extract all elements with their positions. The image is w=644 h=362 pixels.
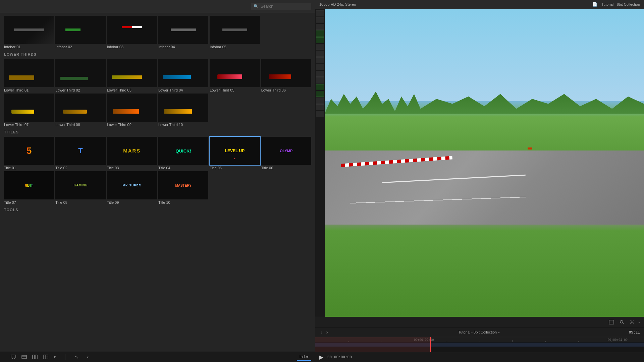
- list-item[interactable]: Infobar 05: [210, 16, 260, 49]
- label-infobar-04: Infobar 04: [158, 45, 208, 49]
- thumb-title-04: QUICK!: [158, 137, 208, 165]
- settings-btn[interactable]: [628, 319, 636, 325]
- label-lt-05: Lower Third 05: [210, 88, 260, 92]
- playhead[interactable]: [430, 337, 431, 352]
- thumb-lt-03: [107, 59, 157, 87]
- grid-icon-btn[interactable]: [42, 354, 50, 360]
- thumb-title-08: GAMING: [55, 171, 105, 199]
- list-item[interactable]: T Title 02: [55, 137, 105, 170]
- thumb-title-10: MASTERY: [158, 171, 208, 199]
- label-lt-08: Lower Third 08: [55, 123, 105, 127]
- infobars-grid: Infobar 01 Infobar 02 Infobar 03: [4, 16, 311, 49]
- label-title-01: Title 01: [4, 166, 54, 170]
- timeline-prev-btn[interactable]: ‹: [319, 329, 324, 336]
- cursor-dropdown-btn[interactable]: ▾: [86, 355, 90, 360]
- timeline-header: ‹ › Tutorial - 8bit Collection ▾ 09:11: [315, 327, 644, 337]
- monitor-icon-btn[interactable]: [9, 354, 17, 360]
- play-button[interactable]: ▶: [319, 354, 323, 360]
- list-item[interactable]: 8BIT Title 07: [4, 171, 54, 204]
- list-item[interactable]: Infobar 01: [4, 16, 54, 49]
- thumb-title-02: T: [55, 137, 105, 165]
- right-panel: 1080p HD 24p, Stereo 📄 Tutorial - 8bit C…: [315, 0, 644, 362]
- label-title-05: Title 05: [210, 166, 260, 170]
- list-item[interactable]: Lower Third 03: [107, 59, 157, 92]
- chevron-down-icon[interactable]: ▾: [52, 354, 57, 360]
- thumb-lt-10: [158, 94, 208, 122]
- zoom-btn[interactable]: [618, 319, 626, 325]
- list-item[interactable]: Lower Third 05: [210, 59, 260, 92]
- list-item[interactable]: Infobar 04: [158, 16, 208, 49]
- label-lt-01: Lower Third 01: [4, 88, 54, 92]
- layout-icon-btn[interactable]: [31, 354, 39, 360]
- timeline-section: ‹ › Tutorial - 8bit Collection ▾ 09:11 0…: [315, 327, 644, 352]
- thumb-title-03: MARS: [107, 137, 157, 165]
- cursor-tool-btn[interactable]: ↖: [73, 354, 80, 360]
- label-lt-06: Lower Third 06: [261, 88, 311, 92]
- label-title-09: Title 09: [107, 200, 157, 204]
- thumb-infobar-03: [107, 16, 157, 44]
- label-title-08: Title 08: [55, 200, 105, 204]
- thumb-title-01: 5: [4, 137, 54, 165]
- timeline-icon-btn[interactable]: [20, 354, 28, 360]
- list-item[interactable]: Lower Third 09: [107, 94, 157, 127]
- list-item[interactable]: MASTERY Title 10: [158, 171, 208, 204]
- list-item[interactable]: QUICK! Title 04: [158, 137, 208, 170]
- film-frame: [316, 71, 324, 77]
- label-lt-10: Lower Third 10: [158, 123, 208, 127]
- preview-header: 1080p HD 24p, Stereo 📄 Tutorial - 8bit C…: [315, 0, 644, 9]
- search-input[interactable]: [261, 4, 309, 9]
- list-item[interactable]: MARS Title 03: [107, 137, 157, 170]
- list-item[interactable]: Infobar 03: [107, 16, 157, 49]
- film-frame: [316, 31, 324, 37]
- timecode-end: 00:00:04:00: [607, 338, 628, 342]
- label-lt-04: Lower Third 04: [158, 88, 208, 92]
- list-item[interactable]: Infobar 02: [55, 16, 105, 49]
- svg-rect-4: [22, 355, 26, 359]
- bottom-toolbar: ▶ 00:00:00:00: [315, 352, 644, 362]
- list-item[interactable]: Lower Third 01: [4, 59, 54, 92]
- label-lt-09: Lower Third 09: [107, 123, 157, 127]
- label-title-02: Title 02: [55, 166, 105, 170]
- lower-thirds-grid: Lower Third 01 Lower Third 02 Lower Thir…: [4, 59, 311, 127]
- thumb-lt-05: [210, 59, 260, 87]
- list-item[interactable]: LEVEL UP ▲ Title 05: [210, 137, 260, 170]
- thumb-title-09: MK SUPER: [107, 171, 157, 199]
- list-item[interactable]: OLYMP Title 06: [261, 137, 311, 170]
- bottom-bar: ▾ ↖ ▾ Index: [0, 352, 315, 362]
- svg-rect-7: [35, 355, 37, 359]
- timeline-bar: 00:00:02:00 00:00:04:00: [315, 337, 644, 352]
- list-item[interactable]: Lower Third 08: [55, 94, 105, 127]
- resolution-label: 1080p HD 24p, Stereo: [319, 2, 356, 6]
- section-label-tools: TOOLS: [4, 208, 311, 212]
- list-item[interactable]: 5 Title 01: [4, 137, 54, 170]
- list-item[interactable]: MK SUPER Title 09: [107, 171, 157, 204]
- film-frame: [316, 44, 324, 50]
- film-frame: [316, 84, 324, 90]
- svg-rect-6: [33, 355, 35, 359]
- label-title-04: Title 04: [158, 166, 208, 170]
- thumb-lt-02: [55, 59, 105, 87]
- list-item[interactable]: Lower Third 06: [261, 59, 311, 92]
- label-infobar-03: Infobar 03: [107, 45, 157, 49]
- list-item[interactable]: Lower Third 07: [4, 94, 54, 127]
- label-lt-02: Lower Third 02: [55, 88, 105, 92]
- list-item[interactable]: Lower Third 02: [55, 59, 105, 92]
- thumb-title-06: OLYMP: [261, 137, 311, 165]
- list-item[interactable]: Lower Third 04: [158, 59, 208, 92]
- timeline-duration: 09:11: [629, 330, 640, 335]
- film-frame: [316, 91, 324, 97]
- label-title-03: Title 03: [107, 166, 157, 170]
- thumb-lt-07: [4, 94, 54, 122]
- timeline-selection: [315, 337, 430, 352]
- timeline-next-btn[interactable]: ›: [325, 329, 329, 336]
- label-title-07: Title 07: [4, 200, 54, 204]
- film-frame: [316, 98, 324, 104]
- label-title-06: Title 06: [261, 166, 311, 170]
- fit-frame-btn[interactable]: [607, 319, 615, 325]
- label-infobar-02: Infobar 02: [55, 45, 105, 49]
- list-item[interactable]: GAMING Title 08: [55, 171, 105, 204]
- list-item[interactable]: Lower Third 10: [158, 94, 208, 127]
- tab-index[interactable]: Index: [297, 353, 311, 361]
- search-input-wrap[interactable]: 🔍: [251, 3, 311, 10]
- search-bar: 🔍: [0, 0, 315, 13]
